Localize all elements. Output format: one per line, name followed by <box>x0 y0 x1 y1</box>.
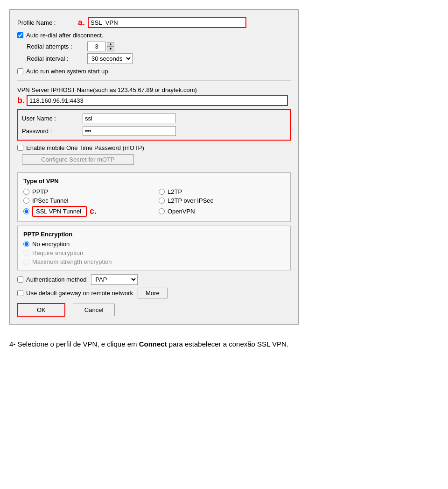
openvpn-radio-row: OpenVPN <box>159 206 285 217</box>
auto-redial-checkbox[interactable] <box>17 32 23 38</box>
password-label: Password : <box>22 128 83 135</box>
gateway-label: Use default gateway on remote network <box>26 290 133 297</box>
redial-attempts-spinner: ▲ ▼ <box>87 42 114 51</box>
username-input[interactable] <box>83 113 176 123</box>
ipsec-radio-row: IPSec Tunnel <box>23 197 149 204</box>
max-encryption-radio <box>23 259 29 265</box>
redial-attempts-input[interactable] <box>87 42 106 51</box>
pptp-radio-row: PPTP <box>23 188 149 195</box>
spinner-down[interactable]: ▼ <box>107 47 114 51</box>
redial-interval-select[interactable]: 30 seconds 15 seconds 60 seconds <box>87 53 133 64</box>
motp-button-container: Configure Secret for mOTP <box>17 154 291 169</box>
require-encryption-label: Require encryption <box>32 249 83 256</box>
credentials-box: User Name : Password : <box>17 109 291 141</box>
password-input[interactable] <box>83 126 176 136</box>
redial-interval-label: Redial interval : <box>27 55 87 62</box>
annotation-b: b. <box>17 96 25 106</box>
profile-name-label: Profile Name : <box>17 19 78 26</box>
auto-redial-label: Auto re-dial after disconnect. <box>26 32 103 39</box>
gateway-row: Use default gateway on remote network Mo… <box>17 288 291 298</box>
auto-run-label: Auto run when system start up. <box>26 68 110 75</box>
server-label: VPN Server IP/HOST Name(such as 123.45.6… <box>17 86 291 93</box>
l2tp-ipsec-radio[interactable] <box>159 198 165 204</box>
auto-redial-row: Auto re-dial after disconnect. <box>17 32 291 39</box>
no-encryption-radio[interactable] <box>23 241 29 247</box>
motp-checkbox[interactable] <box>17 145 23 151</box>
l2tp-radio[interactable] <box>159 189 165 195</box>
server-label-text: VPN Server IP/HOST Name(such as 123.45.6… <box>17 86 197 93</box>
auth-method-checkbox[interactable] <box>17 276 23 283</box>
redial-interval-row: Redial interval : 30 seconds 15 seconds … <box>27 53 291 64</box>
profile-name-row: Profile Name : a. <box>17 17 291 28</box>
max-encryption-row: Maximum strength encryption <box>23 258 285 265</box>
max-encryption-label: Maximum strength encryption <box>32 258 112 265</box>
no-encryption-row: No encryption <box>23 241 285 248</box>
more-button[interactable]: More <box>138 288 168 298</box>
openvpn-label: OpenVPN <box>168 208 195 215</box>
connect-bold-text: Connect <box>139 340 167 348</box>
motp-configure-button[interactable]: Configure Secret for mOTP <box>22 154 134 165</box>
l2tp-label: L2TP <box>168 188 182 195</box>
motp-label: Enable mobile One Time Password (mOTP) <box>26 144 144 151</box>
cancel-button[interactable]: Cancel <box>73 304 115 316</box>
server-input[interactable] <box>27 95 288 106</box>
ssl-radio-row: SSL VPN Tunnel c. <box>23 206 149 217</box>
require-encryption-radio <box>23 250 29 256</box>
server-section: VPN Server IP/HOST Name(such as 123.45.6… <box>17 86 291 106</box>
motp-row: Enable mobile One Time Password (mOTP) <box>17 144 291 151</box>
annotation-c: c. <box>90 206 97 216</box>
auth-method-select[interactable]: PAP CHAP MS-CHAP <box>91 274 138 285</box>
pptp-encryption-group: PPTP Encryption No encryption Require en… <box>17 226 291 270</box>
username-label: User Name : <box>22 115 83 122</box>
description-text-before: 4- Selecione o perfil de VPN, e clique e… <box>9 340 139 348</box>
gateway-checkbox[interactable] <box>17 290 23 296</box>
ssl-label: SSL VPN Tunnel <box>36 208 81 215</box>
l2tp-ipsec-radio-row: L2TP over IPSec <box>159 197 285 204</box>
pptp-label: PPTP <box>32 188 48 195</box>
openvpn-radio[interactable] <box>159 208 165 214</box>
ipsec-label: IPSec Tunnel <box>32 197 68 204</box>
password-row: Password : <box>22 126 286 136</box>
auto-run-checkbox[interactable] <box>17 68 23 74</box>
description-text-after: para estabelecer a conexão SSL VPN. <box>167 340 288 348</box>
dialog-buttons: OK Cancel <box>17 303 291 317</box>
divider-1 <box>17 80 291 81</box>
pptp-encryption-title: PPTP Encryption <box>23 231 285 238</box>
no-encryption-label: No encryption <box>32 241 70 248</box>
vpn-type-group: Type of VPN PPTP L2TP IPSec Tunnel L2TP … <box>17 172 291 222</box>
username-row: User Name : <box>22 113 286 123</box>
auto-run-row: Auto run when system start up. <box>17 68 291 75</box>
ipsec-radio[interactable] <box>23 198 29 204</box>
ssl-radio[interactable] <box>23 208 29 214</box>
spinner-up[interactable]: ▲ <box>107 42 114 47</box>
profile-name-input[interactable] <box>88 17 246 28</box>
auth-method-row: Authentication method PAP CHAP MS-CHAP <box>17 274 291 285</box>
pptp-radio[interactable] <box>23 189 29 195</box>
auth-method-label: Authentication method <box>26 276 86 283</box>
vpn-dialog: Profile Name : a. Auto re-dial after dis… <box>9 9 299 325</box>
pptp-options: No encryption Require encryption Maximum… <box>23 241 285 265</box>
l2tp-ipsec-label: L2TP over IPSec <box>168 197 213 204</box>
redial-attempts-row: Redial attempts : ▲ ▼ <box>27 42 291 51</box>
spinner-controls: ▲ ▼ <box>107 42 114 51</box>
ssl-tunnel-box: SSL VPN Tunnel <box>32 206 87 217</box>
description-section: 4- Selecione o perfil de VPN, e clique e… <box>9 339 439 350</box>
require-encryption-row: Require encryption <box>23 249 285 256</box>
vpn-type-grid: PPTP L2TP IPSec Tunnel L2TP over IPSec <box>23 188 285 217</box>
ok-button[interactable]: OK <box>17 303 65 317</box>
vpn-type-title: Type of VPN <box>23 177 285 184</box>
redial-attempts-label: Redial attempts : <box>27 43 87 50</box>
annotation-a: a. <box>78 18 85 28</box>
l2tp-radio-row: L2TP <box>159 188 285 195</box>
